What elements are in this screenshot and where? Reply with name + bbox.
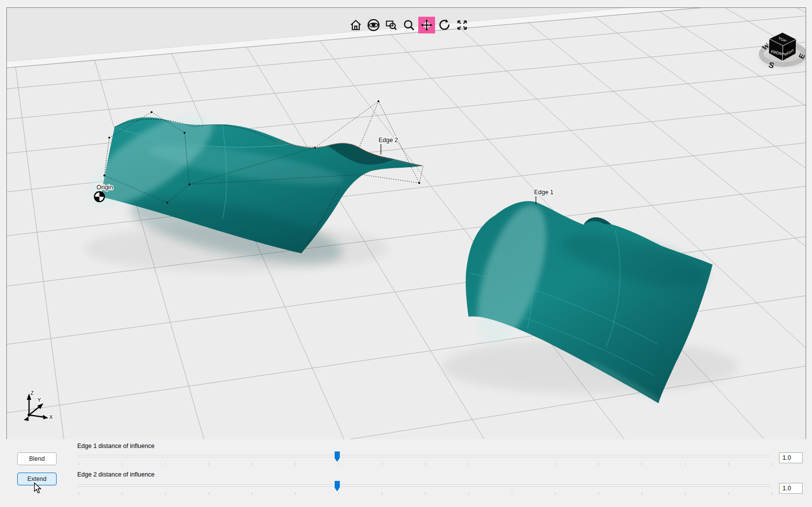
pan-icon[interactable] xyxy=(418,17,435,33)
edge1-value-input[interactable] xyxy=(779,452,803,463)
viewport-toolbar xyxy=(347,17,470,33)
home-icon[interactable] xyxy=(347,17,364,33)
zoom-icon[interactable] xyxy=(401,17,417,33)
edge2-slider-ticks xyxy=(79,492,772,495)
edge1-slider-label: Edge 1 distance of influence xyxy=(77,443,155,449)
edge1-slider-ticks xyxy=(79,463,772,465)
edge1-slider-track[interactable] xyxy=(77,455,770,457)
edge2-slider-track[interactable] xyxy=(77,484,770,487)
zoom-fit-icon[interactable] xyxy=(454,17,470,33)
axis-x-label: X xyxy=(49,414,53,420)
zoom-window-icon[interactable] xyxy=(383,17,400,33)
view-cube[interactable]: W S E TOP FRONT RIGHT xyxy=(752,26,806,72)
mouse-cursor xyxy=(33,482,42,494)
edge1-label: Edge 1 xyxy=(534,189,554,196)
edge1-slider-thumb[interactable] xyxy=(335,451,340,462)
scene-canvas: Origin Edge 2 Edge 1 xyxy=(7,8,806,439)
look-at-icon[interactable] xyxy=(365,17,382,33)
command-panel: Blend Extend Edge 1 distance of influenc… xyxy=(0,439,812,507)
blend-button[interactable]: Blend xyxy=(17,452,57,465)
edge2-slider-label: Edge 2 distance of influence xyxy=(77,471,155,478)
edge2-value-input[interactable] xyxy=(779,483,803,494)
application-window: Origin Edge 2 Edge 1 xyxy=(0,0,812,507)
3d-viewport[interactable]: Origin Edge 2 Edge 1 xyxy=(6,7,806,440)
orbit-icon[interactable] xyxy=(436,17,453,33)
axis-z-label: Z xyxy=(31,390,34,396)
edge2-label: Edge 2 xyxy=(378,137,398,144)
axis-y-label: Y xyxy=(37,397,41,403)
origin-label: Origin xyxy=(96,184,113,191)
edge2-slider-thumb[interactable] xyxy=(335,481,340,491)
